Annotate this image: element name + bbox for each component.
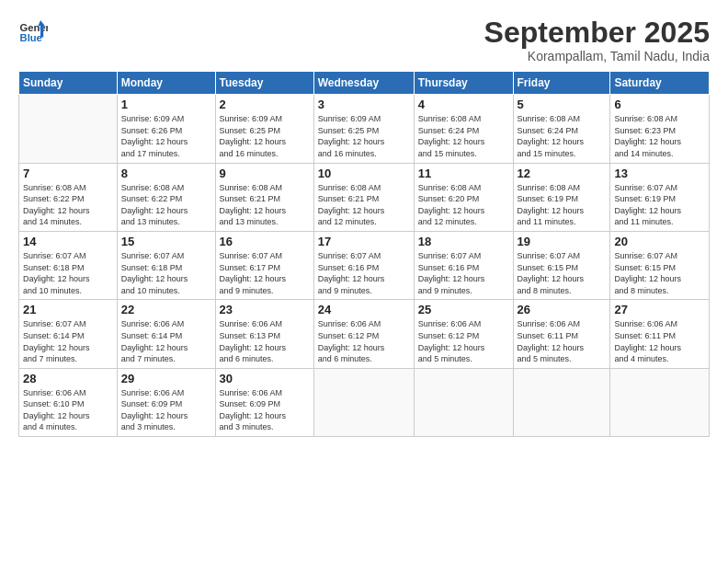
- day-number: 13: [614, 167, 705, 180]
- table-row: 5Sunrise: 6:08 AM Sunset: 6:24 PM Daylig…: [513, 95, 610, 163]
- table-row: 27Sunrise: 6:06 AM Sunset: 6:11 PM Dayli…: [610, 300, 710, 368]
- col-tuesday: Tuesday: [215, 72, 313, 95]
- day-number: 21: [23, 303, 113, 316]
- day-info: Sunrise: 6:09 AM Sunset: 6:26 PM Dayligh…: [121, 113, 211, 159]
- day-info: Sunrise: 6:08 AM Sunset: 6:19 PM Dayligh…: [518, 182, 607, 228]
- day-number: 14: [23, 235, 113, 248]
- day-number: 20: [614, 235, 705, 248]
- table-row: 30Sunrise: 6:06 AM Sunset: 6:09 PM Dayli…: [215, 368, 313, 436]
- day-number: 16: [220, 235, 310, 248]
- table-row: 17Sunrise: 6:07 AM Sunset: 6:16 PM Dayli…: [313, 231, 414, 299]
- table-row: 14Sunrise: 6:07 AM Sunset: 6:18 PM Dayli…: [19, 231, 118, 299]
- table-row: 6Sunrise: 6:08 AM Sunset: 6:23 PM Daylig…: [610, 95, 710, 163]
- table-row: 28Sunrise: 6:06 AM Sunset: 6:10 PM Dayli…: [19, 368, 118, 436]
- day-number: 4: [418, 98, 509, 111]
- day-info: Sunrise: 6:07 AM Sunset: 6:18 PM Dayligh…: [121, 250, 211, 296]
- day-info: Sunrise: 6:07 AM Sunset: 6:15 PM Dayligh…: [614, 250, 705, 296]
- day-info: Sunrise: 6:08 AM Sunset: 6:21 PM Dayligh…: [220, 182, 310, 228]
- header-row: Sunday Monday Tuesday Wednesday Thursday…: [19, 72, 710, 95]
- day-number: 23: [220, 303, 310, 316]
- table-row: [610, 368, 710, 436]
- table-row: 9Sunrise: 6:08 AM Sunset: 6:21 PM Daylig…: [215, 163, 313, 231]
- day-info: Sunrise: 6:07 AM Sunset: 6:16 PM Dayligh…: [418, 250, 509, 296]
- calendar-table: Sunday Monday Tuesday Wednesday Thursday…: [18, 71, 710, 437]
- day-number: 28: [23, 372, 113, 385]
- month-title: September 2025: [484, 17, 710, 49]
- day-number: 15: [121, 235, 211, 248]
- table-row: 23Sunrise: 6:06 AM Sunset: 6:13 PM Dayli…: [215, 300, 313, 368]
- day-number: 1: [121, 98, 211, 111]
- day-info: Sunrise: 6:08 AM Sunset: 6:23 PM Dayligh…: [614, 113, 705, 159]
- day-info: Sunrise: 6:07 AM Sunset: 6:15 PM Dayligh…: [518, 250, 607, 296]
- day-number: 29: [121, 372, 211, 385]
- table-row: 19Sunrise: 6:07 AM Sunset: 6:15 PM Dayli…: [513, 231, 610, 299]
- day-info: Sunrise: 6:06 AM Sunset: 6:13 PM Dayligh…: [220, 318, 310, 364]
- day-info: Sunrise: 6:06 AM Sunset: 6:12 PM Dayligh…: [318, 318, 410, 364]
- logo: General Blue: [18, 17, 48, 46]
- table-row: 15Sunrise: 6:07 AM Sunset: 6:18 PM Dayli…: [117, 231, 215, 299]
- table-row: 20Sunrise: 6:07 AM Sunset: 6:15 PM Dayli…: [610, 231, 710, 299]
- table-row: 2Sunrise: 6:09 AM Sunset: 6:25 PM Daylig…: [215, 95, 313, 163]
- table-row: 13Sunrise: 6:07 AM Sunset: 6:19 PM Dayli…: [610, 163, 710, 231]
- table-row: 12Sunrise: 6:08 AM Sunset: 6:19 PM Dayli…: [513, 163, 610, 231]
- day-number: 30: [220, 372, 310, 385]
- col-friday: Friday: [513, 72, 610, 95]
- table-row: 25Sunrise: 6:06 AM Sunset: 6:12 PM Dayli…: [414, 300, 513, 368]
- day-number: 25: [418, 303, 509, 316]
- table-row: [414, 368, 513, 436]
- day-info: Sunrise: 6:08 AM Sunset: 6:21 PM Dayligh…: [318, 182, 410, 228]
- day-info: Sunrise: 6:07 AM Sunset: 6:14 PM Dayligh…: [23, 318, 113, 364]
- day-info: Sunrise: 6:06 AM Sunset: 6:11 PM Dayligh…: [518, 318, 607, 364]
- table-row: 29Sunrise: 6:06 AM Sunset: 6:09 PM Dayli…: [117, 368, 215, 436]
- day-info: Sunrise: 6:07 AM Sunset: 6:17 PM Dayligh…: [220, 250, 310, 296]
- day-info: Sunrise: 6:08 AM Sunset: 6:22 PM Dayligh…: [121, 182, 211, 228]
- location-subtitle: Korampallam, Tamil Nadu, India: [484, 49, 710, 63]
- day-info: Sunrise: 6:06 AM Sunset: 6:12 PM Dayligh…: [418, 318, 509, 364]
- table-row: 22Sunrise: 6:06 AM Sunset: 6:14 PM Dayli…: [117, 300, 215, 368]
- svg-text:General: General: [20, 22, 48, 33]
- day-number: 6: [614, 98, 705, 111]
- day-info: Sunrise: 6:09 AM Sunset: 6:25 PM Dayligh…: [220, 113, 310, 159]
- col-monday: Monday: [117, 72, 215, 95]
- day-number: 26: [518, 303, 607, 316]
- day-number: 24: [318, 303, 410, 316]
- day-number: 9: [220, 167, 310, 180]
- day-info: Sunrise: 6:06 AM Sunset: 6:10 PM Dayligh…: [23, 387, 113, 433]
- day-number: 17: [318, 235, 410, 248]
- table-row: 1Sunrise: 6:09 AM Sunset: 6:26 PM Daylig…: [117, 95, 215, 163]
- table-row: 10Sunrise: 6:08 AM Sunset: 6:21 PM Dayli…: [313, 163, 414, 231]
- day-number: 3: [318, 98, 410, 111]
- header: General Blue September 2025 Korampallam,…: [18, 17, 710, 63]
- table-row: 7Sunrise: 6:08 AM Sunset: 6:22 PM Daylig…: [19, 163, 118, 231]
- day-info: Sunrise: 6:07 AM Sunset: 6:19 PM Dayligh…: [614, 182, 705, 228]
- day-info: Sunrise: 6:08 AM Sunset: 6:22 PM Dayligh…: [23, 182, 113, 228]
- table-row: 11Sunrise: 6:08 AM Sunset: 6:20 PM Dayli…: [414, 163, 513, 231]
- table-row: 8Sunrise: 6:08 AM Sunset: 6:22 PM Daylig…: [117, 163, 215, 231]
- day-info: Sunrise: 6:06 AM Sunset: 6:09 PM Dayligh…: [121, 387, 211, 433]
- table-row: 24Sunrise: 6:06 AM Sunset: 6:12 PM Dayli…: [313, 300, 414, 368]
- table-row: 21Sunrise: 6:07 AM Sunset: 6:14 PM Dayli…: [19, 300, 118, 368]
- page: General Blue September 2025 Korampallam,…: [0, 0, 728, 563]
- day-number: 5: [518, 98, 607, 111]
- day-number: 2: [220, 98, 310, 111]
- svg-text:Blue: Blue: [20, 32, 42, 43]
- col-thursday: Thursday: [414, 72, 513, 95]
- day-info: Sunrise: 6:06 AM Sunset: 6:11 PM Dayligh…: [614, 318, 705, 364]
- day-info: Sunrise: 6:08 AM Sunset: 6:24 PM Dayligh…: [418, 113, 509, 159]
- table-row: 4Sunrise: 6:08 AM Sunset: 6:24 PM Daylig…: [414, 95, 513, 163]
- day-number: 8: [121, 167, 211, 180]
- day-number: 27: [614, 303, 705, 316]
- day-number: 11: [418, 167, 509, 180]
- table-row: 16Sunrise: 6:07 AM Sunset: 6:17 PM Dayli…: [215, 231, 313, 299]
- table-row: 26Sunrise: 6:06 AM Sunset: 6:11 PM Dayli…: [513, 300, 610, 368]
- day-info: Sunrise: 6:09 AM Sunset: 6:25 PM Dayligh…: [318, 113, 410, 159]
- day-number: 18: [418, 235, 509, 248]
- day-number: 7: [23, 167, 113, 180]
- table-row: [19, 95, 118, 163]
- day-number: 12: [518, 167, 607, 180]
- logo-icon: General Blue: [18, 17, 48, 46]
- col-saturday: Saturday: [610, 72, 710, 95]
- title-block: September 2025 Korampallam, Tamil Nadu, …: [484, 17, 710, 63]
- day-number: 22: [121, 303, 211, 316]
- table-row: [313, 368, 414, 436]
